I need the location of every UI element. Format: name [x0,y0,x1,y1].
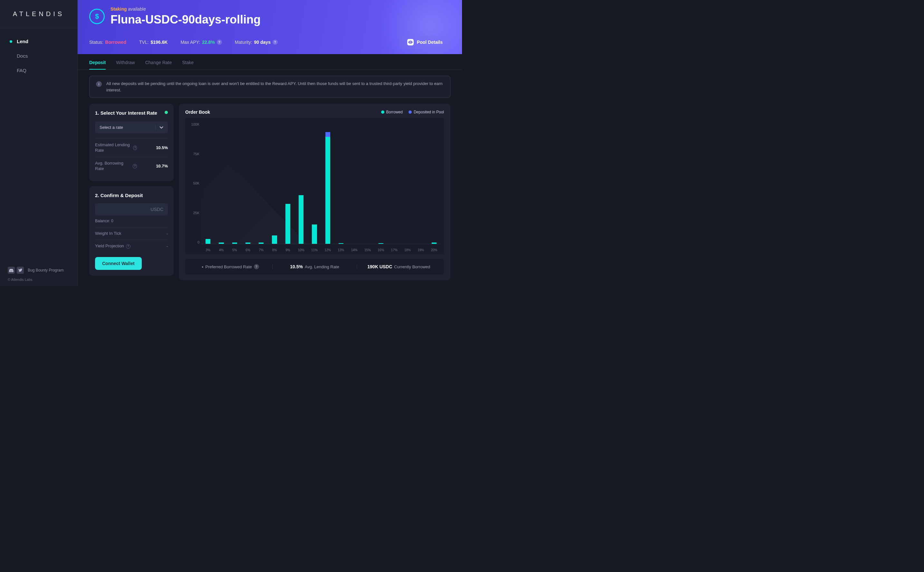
currently-borrowed-stat: 190K USDC Currently Borrowed [357,264,441,269]
tab-deposit[interactable]: Deposit [89,60,106,70]
step1-title: 1. Select Your Interest Rate [95,109,157,116]
chart-bar[interactable] [390,123,398,244]
info-icon[interactable]: ? [217,40,222,45]
pool-title: Fluna-USDC-90days-rolling [110,13,261,26]
copyright: © Atlendis Labs [8,278,70,281]
amount-input[interactable]: USDC [95,203,168,216]
chart-bar[interactable] [217,123,225,244]
chart-bar[interactable] [377,123,385,244]
tab-stake[interactable]: Stake [182,60,194,70]
tab-withdraw[interactable]: Withdraw [116,60,135,70]
brand-logo: ATLENDIS [0,0,77,28]
status-stat: Status: Borrowed [89,40,126,45]
discord-icon[interactable] [8,267,15,274]
rate-select[interactable]: Select a rate [95,121,168,133]
chart-bar[interactable] [324,123,332,244]
tvl-stat: TVL: $196.6K [139,40,168,45]
avg-lending-stat: 10.5% Avg. Lending Rate [272,264,357,269]
chart-bar[interactable] [284,123,292,244]
bug-bounty-link[interactable]: Bug Bounty Program [28,268,64,272]
chevron-down-icon [155,125,163,130]
status-dot-icon [165,111,168,114]
est-lending-rate: 10.5% [156,145,168,150]
info-icon[interactable]: ? [272,40,278,45]
chart-bar[interactable] [270,123,278,244]
chart-bar[interactable] [204,123,212,244]
chart-bar[interactable] [231,123,239,244]
help-icon[interactable]: ? [133,164,137,168]
eye-icon [407,39,414,45]
staking-badge: Staking available [110,6,261,12]
notice-banner: i All new deposits will be pending until… [89,76,450,98]
help-icon[interactable]: ? [126,244,131,249]
chart-bar[interactable] [430,123,438,244]
confirm-deposit-card: 2. Confirm & Deposit USDC Balance: 0 Wei… [89,186,174,276]
maturity-stat: Maturity: 90 days ? [235,40,278,45]
usdc-icon: $ [89,9,105,24]
chart-bar[interactable] [310,123,318,244]
nav-lend[interactable]: Lend [0,34,77,49]
help-icon[interactable]: ? [133,146,137,150]
chart-bar[interactable] [337,123,345,244]
nav-docs[interactable]: Docs [0,49,77,63]
info-icon: i [96,81,102,87]
apy-stat: Max APY: 22.8% ? [180,40,222,45]
help-icon[interactable]: ? [254,264,259,269]
pool-details-button[interactable]: Pool Details [400,36,450,49]
yield-value: - [166,244,168,249]
order-book-chart: 100K75K50K25K0 3%4%5%6%7%8%9%10%11%12%13… [185,118,444,255]
connect-wallet-button[interactable]: Connect Wallet [95,257,142,270]
chart-title: Order Book [185,109,210,115]
chart-bar[interactable] [297,123,305,244]
balance-label: Balance: 0 [95,219,168,223]
chart-bar[interactable] [244,123,252,244]
step2-title: 2. Confirm & Deposit [95,192,168,199]
chart-bar[interactable] [403,123,411,244]
avg-borrowing-rate: 10.7% [156,163,168,168]
twitter-icon[interactable] [17,267,24,274]
chart-bar[interactable] [257,123,265,244]
chart-bar[interactable] [363,123,372,244]
chart-bar[interactable] [417,123,425,244]
chart-bar[interactable] [350,123,358,244]
select-rate-card: 1. Select Your Interest Rate Select a ra… [89,104,174,181]
nav-faq[interactable]: FAQ [0,63,77,78]
preferred-rate-stat: - Preferred Borrowed Rate ? [188,264,272,269]
tab-change-rate[interactable]: Change Rate [145,60,172,70]
chart-legend: Borrowed Deposited in Pool [381,110,444,114]
weight-value: - [166,231,168,236]
